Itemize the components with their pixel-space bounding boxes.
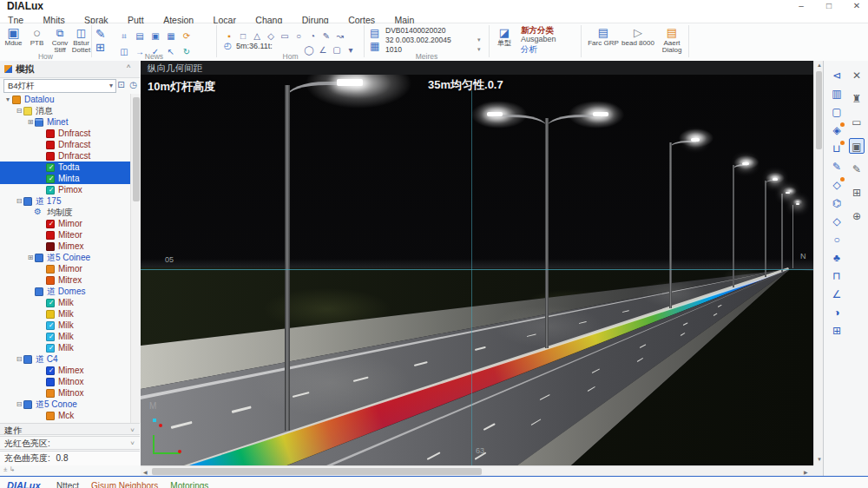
expander-icon[interactable]: ⊟	[15, 399, 23, 410]
file-icon[interactable]: ▤	[370, 27, 379, 39]
shape-tool-icon[interactable]: ○	[292, 31, 306, 41]
ribbon-button-danyuan[interactable]: ◪ 单型	[493, 26, 516, 47]
close-icon[interactable]: ✕	[849, 68, 865, 83]
status-tab[interactable]: Gisum Neighbors	[91, 480, 158, 488]
export-icon[interactable]: ⊡	[115, 79, 127, 91]
status-tab[interactable]: Nttect	[56, 480, 79, 488]
history-icon[interactable]: ◷	[128, 79, 139, 91]
minimize-button[interactable]: –	[792, 1, 811, 10]
shape-tool-icon[interactable]: □	[236, 31, 250, 41]
tree-item[interactable]: Dnfracst	[0, 150, 130, 162]
scene[interactable]: 05 N 63 10m灯杆高度 35m均匀性.0.7 M	[141, 75, 813, 465]
expander-icon[interactable]: ▾	[3, 94, 12, 105]
tree-item[interactable]: ✓Milk	[0, 331, 130, 342]
ribbon-button-conv-stiff[interactable]: ⧉ Conv Stiff	[49, 26, 70, 54]
circle-icon[interactable]: ○	[829, 232, 845, 247]
select-zoom-icon[interactable]: ⊲	[829, 68, 845, 83]
scroll-up-icon[interactable]: ▲	[817, 63, 822, 68]
tree-item[interactable]: Mimex	[0, 241, 130, 252]
scroll-left-icon[interactable]: ◀	[143, 469, 148, 475]
ribbon-button-ptb[interactable]: ○ PTB	[26, 26, 48, 47]
tag-icon[interactable]: ◈	[829, 122, 845, 138]
diamond-icon[interactable]: ◇	[829, 214, 845, 229]
shape-tool-icon[interactable]: ◇	[264, 31, 278, 41]
shape-tool-icon[interactable]: ▭	[278, 31, 292, 41]
chevron-down-icon[interactable]: ▾	[109, 80, 113, 92]
metric-line[interactable]: 32 0.003.002.20045	[385, 36, 451, 45]
tree-item[interactable]: ✓Todta	[0, 162, 130, 173]
tree-item[interactable]: ▾Datalou	[0, 94, 130, 105]
flask-icon[interactable]: ⌬	[829, 195, 845, 211]
draw-tool-icon[interactable]: ▦	[163, 31, 179, 42]
tree-item[interactable]: ⊞Minet	[0, 116, 130, 128]
tree-item[interactable]: Dnfracst	[0, 128, 130, 139]
status-tab[interactable]: Motorings	[170, 480, 208, 488]
scrollbar-thumb[interactable]	[133, 97, 140, 201]
tree-item[interactable]: Mck	[0, 410, 130, 421]
chevron-down-icon[interactable]: ▾	[477, 36, 481, 43]
tree-item[interactable]: ✓Mimor	[0, 218, 130, 229]
scroll-right-icon[interactable]: ▶	[804, 469, 808, 475]
box-icon[interactable]: ⊓	[829, 268, 845, 284]
chevron-icon[interactable]: ˅	[130, 438, 135, 449]
pen-line-icon[interactable]: ✎	[829, 159, 845, 175]
tree-item[interactable]: ✓Milk	[0, 342, 130, 353]
shape-tool-icon[interactable]: ◔	[306, 31, 319, 41]
shape-tool-icon[interactable]: ↝	[333, 31, 347, 41]
shape-tool-icon[interactable]: ✎	[319, 31, 333, 41]
draw-tool-icon[interactable]: ⟳	[179, 31, 194, 42]
window-icon[interactable]: ▭	[849, 115, 865, 130]
monitor-icon[interactable]: ▢	[829, 104, 845, 120]
tree-item[interactable]: ✓Milk	[0, 297, 130, 308]
tree-item[interactable]: Dnfracst	[0, 139, 130, 150]
basket-icon[interactable]: ⊔	[829, 141, 845, 156]
output-sub[interactable]: Ausgaben	[521, 35, 556, 43]
window-selected-icon[interactable]: ▣	[849, 138, 865, 154]
close-button[interactable]: ✕	[847, 1, 866, 10]
grid-table-icon[interactable]: ⊞	[829, 323, 845, 339]
viewport-title-bar[interactable]: 纵向几何间距	[141, 61, 823, 75]
clock-icon[interactable]: ◴	[224, 41, 232, 50]
expander-icon[interactable]: ⊟	[15, 195, 23, 207]
ribbon-button-bstur[interactable]: ◫ Bstur Dottet	[71, 26, 91, 54]
tree-icon[interactable]: ♣	[829, 250, 845, 266]
tree-item[interactable]: ⊟道5 Conoe	[0, 399, 130, 410]
contrast-icon[interactable]: ◑	[829, 305, 845, 320]
pole-selector-combobox[interactable]: B4灯杆 ▾	[3, 79, 116, 93]
shape-tool-icon[interactable]: △	[250, 31, 264, 41]
ribbon-button-bead[interactable]: ▷ bead 8000	[621, 26, 654, 47]
ribbon-button-farc-grp[interactable]: ▤ Farc GRP	[587, 26, 620, 47]
tree-item[interactable]: Mitnox	[0, 387, 130, 399]
diamond-tag-icon[interactable]: ◇	[829, 177, 845, 193]
tree-item[interactable]: ⊟道 C4	[0, 353, 130, 365]
draw-tool-icon[interactable]: ⌗	[116, 31, 132, 42]
section-actions[interactable]: 建作 ˅	[0, 423, 140, 435]
maximize-button[interactable]: □	[819, 1, 838, 10]
scrollbar-thumb[interactable]	[816, 71, 822, 149]
tree-item[interactable]: 均制度	[0, 207, 130, 218]
expander-icon[interactable]: ⊟	[15, 105, 23, 116]
angle-measure-icon[interactable]: ∠	[829, 287, 845, 302]
expander-icon[interactable]: ⊟	[15, 353, 23, 365]
tree-item[interactable]: Miteor	[0, 229, 130, 241]
tree-item[interactable]: ⊟消息	[0, 105, 130, 116]
tree-item[interactable]: 道 Domes	[0, 286, 130, 297]
ribbon-button-aaert[interactable]: ▤ Aaert Dialog	[656, 26, 687, 54]
expander-icon[interactable]: ⊞	[26, 116, 35, 128]
tree-item[interactable]: ⊟道 175	[0, 195, 130, 207]
tree-item[interactable]: ⊞道5 Coinee	[0, 252, 130, 263]
draw-tool-icon[interactable]: ▤	[132, 31, 148, 42]
chevron-icon[interactable]: ˅	[130, 425, 135, 436]
tree-item[interactable]: Mitrex	[0, 274, 130, 286]
brightness-value[interactable]: 0.8	[56, 453, 69, 463]
draw-tool-icon[interactable]: ▣	[148, 31, 163, 42]
cart-icon[interactable]: ▥	[829, 86, 845, 102]
pencil-icon[interactable]: ✎	[849, 162, 865, 177]
expander-icon[interactable]: ⊞	[26, 252, 35, 263]
tree-item[interactable]: Mimor	[0, 263, 130, 274]
grid-window-icon[interactable]: ⊞	[849, 185, 865, 201]
shape-tool-icon[interactable]: ▪	[222, 31, 236, 41]
tree-item[interactable]: ✓Mimex	[0, 365, 130, 376]
tree-item[interactable]: Mitnox	[0, 376, 130, 387]
section-lightzone[interactable]: 光红色亮区: ˅	[0, 436, 140, 450]
